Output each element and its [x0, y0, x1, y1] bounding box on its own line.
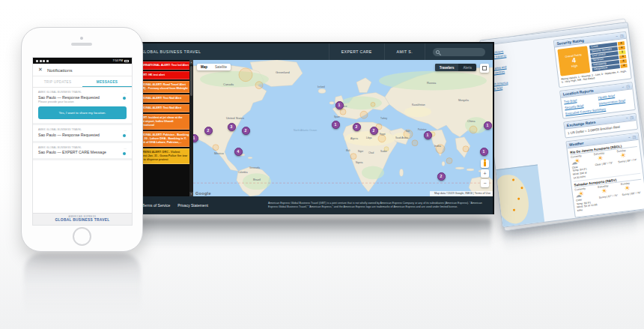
- alert-card[interactable]: ALERT: HK test alert: [135, 71, 192, 79]
- tab-trip-updates[interactable]: TRIP UPDATES: [33, 76, 82, 87]
- popout-icon[interactable]: ◳: [632, 134, 636, 139]
- earpiece-speaker: [71, 43, 92, 46]
- expand-indicator-icon[interactable]: [123, 134, 126, 137]
- traveler-cluster-marker[interactable]: 2: [204, 127, 213, 135]
- share-location-button[interactable]: Yes, I want to share my location.: [38, 106, 127, 119]
- page-title: Notifications: [47, 67, 73, 73]
- tab-messages[interactable]: MESSAGES: [82, 76, 132, 87]
- map-label: Sudan: [380, 150, 387, 153]
- overflow-menu-icon[interactable]: …: [124, 91, 127, 94]
- status-time: 7:54 PM: [113, 59, 123, 62]
- brazil-minimap[interactable]: [496, 164, 544, 227]
- traveler-cluster-marker[interactable]: 1: [480, 148, 488, 156]
- notification-card[interactable]: AMEX GLOBAL BUSINESS TRAVEL … Sao Paulo …: [33, 143, 132, 161]
- expand-indicator-icon[interactable]: [123, 97, 126, 100]
- map-label: Russia: [427, 81, 437, 85]
- popout-icon[interactable]: ◳: [626, 83, 630, 88]
- home-button[interactable]: [73, 227, 91, 246]
- map-label: India: [434, 144, 441, 148]
- map-type-satellite-button[interactable]: Satellite: [211, 64, 231, 70]
- layer-toggle: Travelers Alerts: [435, 64, 476, 71]
- traveler-cluster-marker[interactable]: 1: [335, 101, 344, 109]
- traveler-cluster-marker[interactable]: 1: [332, 121, 340, 129]
- popout-icon[interactable]: ◳: [630, 115, 634, 120]
- traveler-cluster-marker[interactable]: 1: [193, 134, 198, 142]
- alert-card[interactable]: WARNING ALERT: DRC - Violent protest Jan…: [135, 148, 192, 164]
- terms-link[interactable]: Terms of Service: [142, 203, 170, 208]
- nav-expert-care[interactable]: EXPERT CARE: [329, 43, 384, 60]
- pegman-icon[interactable]: [481, 160, 489, 168]
- map-label: Mexico: [214, 151, 224, 155]
- alert-card[interactable]: NATIONAL ALERT: Test Natl Alert: [135, 94, 192, 103]
- google-logo: Google: [195, 191, 211, 196]
- traveler-cluster-marker[interactable]: 2: [437, 172, 446, 181]
- notification-icon: [43, 60, 45, 62]
- map-attribution[interactable]: Map data ©2019 Google, INEGI | Terms of …: [430, 191, 493, 196]
- overall-rating-box: Overall Rating 4 High: [557, 46, 590, 76]
- minimize-icon[interactable]: −: [616, 34, 619, 38]
- brand-wordmark: GLOBAL BUSINESS TRAVEL: [133, 49, 329, 54]
- fullscreen-icon[interactable]: [480, 64, 489, 73]
- nav-search-area: [425, 43, 493, 60]
- traveler-cluster-marker[interactable]: 2: [370, 127, 378, 135]
- overflow-menu-icon[interactable]: …: [124, 128, 127, 132]
- alerts-toggle-button[interactable]: Alerts: [458, 64, 476, 71]
- sun-icon: ☀: [624, 184, 631, 193]
- notification-source: AMEX GLOBAL BUSINESS TRAVEL: [38, 128, 127, 131]
- front-camera: [80, 37, 83, 40]
- map-label: Greenland: [276, 70, 290, 74]
- alert-card[interactable]: NATIONAL ALERT: Road Travel Alert (CAR) …: [135, 81, 192, 93]
- traveler-cluster-marker[interactable]: 4: [234, 148, 243, 156]
- weather-widget: Weather − ◳ Rio De Janeiro Aeroporto (SB…: [565, 132, 644, 217]
- map-label: Kazakhstan: [412, 103, 425, 106]
- notification-title: Sao Paulo — EXPERT CARE Message: [38, 150, 127, 154]
- traveler-cluster-marker[interactable]: 1: [484, 121, 492, 130]
- notification-card[interactable]: AMEX GLOBAL BUSINESS TRAVEL … Sao Paulo …: [33, 125, 132, 143]
- map-label: Saudi Arabia: [395, 136, 408, 139]
- notification-card[interactable]: AMEX GLOBAL BUSINESS TRAVEL … Sao Paulo …: [33, 88, 132, 125]
- traveler-cluster-marker[interactable]: 1: [424, 131, 432, 139]
- zoom-out-button[interactable]: −: [481, 179, 489, 187]
- map-label: Libya: [366, 136, 372, 139]
- traveler-cluster-marker[interactable]: 2: [353, 123, 361, 131]
- notification-tabs: TRIP UPDATES MESSAGES: [33, 76, 132, 88]
- expand-indicator-icon[interactable]: [123, 152, 126, 155]
- scrollbar-thumb[interactable]: [190, 66, 192, 96]
- notification-icon: [40, 60, 42, 62]
- alert-card[interactable]: ALERT: Incident at jet shear at the Delh…: [135, 114, 192, 130]
- zoom-in-button[interactable]: +: [481, 169, 489, 178]
- map-type-map-button[interactable]: Map: [197, 64, 211, 70]
- map-label: Spain: [334, 115, 340, 118]
- smartphone: 7:54 PM ✕ Notifications TRIP UPDATES MES…: [21, 27, 143, 252]
- travelers-toggle-button[interactable]: Travelers: [435, 64, 459, 71]
- map-label: Algeria: [350, 137, 358, 140]
- alert-card[interactable]: INTERNATIONAL ALERT: Test Intl Alert: [135, 61, 192, 70]
- security-rating-widget: Security Rating − ◳ Overall Rating 4 Hig…: [553, 31, 632, 88]
- notification-source: AMEX GLOBAL BUSINESS TRAVEL: [38, 146, 127, 149]
- minimize-icon[interactable]: −: [622, 84, 625, 88]
- popout-icon[interactable]: ◳: [620, 33, 624, 38]
- sun-icon: ☀: [578, 190, 585, 198]
- map-label: Niger: [358, 150, 363, 153]
- traveler-cluster-marker[interactable]: 2: [242, 127, 250, 135]
- close-icon[interactable]: ✕: [38, 67, 43, 73]
- world-map[interactable]: Greenland Canada United States Mexico Br…: [193, 60, 493, 196]
- map-label: Venezuela: [249, 166, 260, 169]
- minimize-icon[interactable]: −: [628, 135, 631, 139]
- browser-footer: Terms of Service Privacy Statement Ameri…: [133, 196, 493, 214]
- alert-card[interactable]: NATIONAL ALERT: Pakistan - Bombing Feb. …: [135, 131, 192, 147]
- sun-icon: ☀: [620, 151, 627, 160]
- nav-user-menu[interactable]: AMIT S.: [384, 43, 425, 60]
- panel-widgets-column: Security Rating − ◳ Overall Rating 4 Hig…: [551, 28, 644, 219]
- map-label: Mali: [346, 149, 350, 152]
- overflow-menu-icon[interactable]: …: [124, 146, 127, 150]
- location-intel-panel: warns citizens against travel to in the …: [479, 22, 644, 227]
- map-label: Iceland: [318, 85, 325, 88]
- battery-icon: [124, 60, 129, 62]
- privacy-link[interactable]: Privacy Statement: [177, 203, 208, 208]
- alert-card[interactable]: NATIONAL ALERT: Test Natl Alert: [135, 104, 192, 112]
- minimize-icon[interactable]: −: [625, 115, 628, 120]
- traveler-cluster-marker[interactable]: 3: [228, 123, 236, 131]
- gbt-brand-footer: AMERICAN EXPRESS GLOBAL BUSINESS TRAVEL: [33, 213, 132, 225]
- phone-screen: 7:54 PM ✕ Notifications TRIP UPDATES MES…: [32, 57, 133, 226]
